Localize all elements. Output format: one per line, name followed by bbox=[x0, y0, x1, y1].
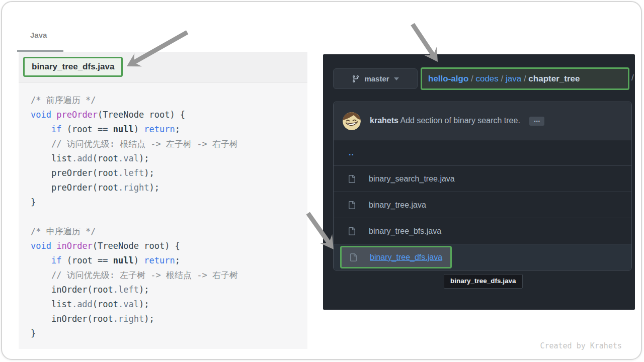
code-line: void preOrder(TreeNode root) { bbox=[31, 108, 307, 122]
code-titlebar: binary_tree_dfs.java bbox=[19, 52, 307, 82]
breadcrumb-segment-java[interactable]: java bbox=[506, 74, 521, 83]
file-name[interactable]: binary_search_tree.java bbox=[369, 174, 455, 184]
code-line: /* 前序遍历 */ bbox=[31, 93, 307, 108]
chevron-down-icon bbox=[394, 77, 399, 80]
code-line: } bbox=[31, 195, 307, 210]
tab-java[interactable]: Java bbox=[30, 31, 47, 39]
filename-tooltip: binary_tree_dfs.java bbox=[444, 274, 523, 289]
file-row-highlighted[interactable]: binary_tree_dfs.java bbox=[334, 244, 631, 270]
breadcrumb-separator: / bbox=[521, 74, 528, 83]
file-list-container: krahets Add section of binary search tre… bbox=[333, 102, 632, 270]
parent-directory-row[interactable]: .. bbox=[334, 140, 631, 165]
code-line: if (root == null) return; bbox=[31, 122, 307, 137]
file-name[interactable]: binary_tree.java bbox=[369, 201, 426, 210]
file-name[interactable]: binary_tree_bfs.java bbox=[369, 227, 441, 236]
avatar[interactable] bbox=[343, 112, 361, 130]
breadcrumb: hello-algo / codes / java / chapter_tree bbox=[428, 74, 580, 84]
file-row[interactable]: binary_tree.java bbox=[334, 192, 631, 218]
code-line: inOrder(root.left); bbox=[31, 283, 307, 297]
latest-commit-bar: krahets Add section of binary search tre… bbox=[334, 102, 631, 140]
file-link[interactable]: binary_tree_dfs.java bbox=[370, 253, 442, 262]
code-line: void inOrder(TreeNode root) { bbox=[31, 239, 307, 253]
code-line: // 访问优先级: 左子树 -> 根结点 -> 右子树 bbox=[31, 268, 307, 283]
code-line: /* 中序遍历 */ bbox=[31, 224, 307, 239]
breadcrumb-trailing-slash: / bbox=[631, 73, 634, 83]
file-highlight-box: binary_tree_dfs.java bbox=[340, 246, 452, 268]
commit-more-button[interactable]: … bbox=[529, 117, 544, 126]
figure-card: Java binary_tree_dfs.java /* 前序遍历 */void… bbox=[1, 1, 642, 360]
github-file-browser: master hello-algo / codes / java / chapt… bbox=[323, 54, 635, 310]
watermark: Created by Krahets bbox=[540, 341, 622, 350]
parent-directory-link[interactable]: .. bbox=[349, 148, 354, 157]
branch-selector-button[interactable]: master bbox=[333, 68, 418, 89]
code-line: } bbox=[31, 326, 307, 341]
code-line: list.add(root.val); bbox=[31, 297, 307, 312]
code-line: inOrder(root.right); bbox=[31, 312, 307, 326]
breadcrumb-segment-chapter_tree: chapter_tree bbox=[528, 74, 580, 83]
file-list: ..binary_search_tree.javabinary_tree.jav… bbox=[334, 140, 631, 270]
code-file-title: binary_tree_dfs.java bbox=[32, 62, 114, 72]
breadcrumb-separator: / bbox=[468, 74, 475, 83]
file-icon bbox=[348, 201, 356, 209]
breadcrumb-separator: / bbox=[499, 74, 506, 83]
git-branch-icon bbox=[352, 75, 360, 83]
branch-label: master bbox=[364, 74, 389, 83]
file-icon bbox=[349, 253, 357, 261]
commit-author[interactable]: krahets bbox=[370, 116, 398, 125]
file-row[interactable]: binary_tree_bfs.java bbox=[334, 218, 631, 244]
breadcrumb-segment-hello-algo[interactable]: hello-algo bbox=[428, 74, 468, 83]
code-line: if (root == null) return; bbox=[31, 253, 307, 268]
file-row[interactable]: binary_search_tree.java bbox=[334, 165, 631, 192]
file-icon bbox=[348, 227, 356, 235]
breadcrumb-segment-codes[interactable]: codes bbox=[475, 74, 498, 83]
code-line: list.add(root.val); bbox=[31, 151, 307, 166]
breadcrumb-highlight-box: hello-algo / codes / java / chapter_tree bbox=[421, 67, 629, 90]
file-icon bbox=[348, 175, 356, 183]
code-line bbox=[31, 210, 307, 224]
filename-highlight-box: binary_tree_dfs.java bbox=[23, 57, 123, 77]
code-block: /* 前序遍历 */void preOrder(TreeNode root) {… bbox=[19, 82, 307, 349]
code-line: preOrder(root.left); bbox=[31, 166, 307, 180]
code-line: // 访问优先级: 根结点 -> 左子树 -> 右子树 bbox=[31, 137, 307, 151]
commit-message[interactable]: Add section of binary search tree. bbox=[400, 116, 520, 125]
code-line: preOrder(root.right); bbox=[31, 180, 307, 195]
